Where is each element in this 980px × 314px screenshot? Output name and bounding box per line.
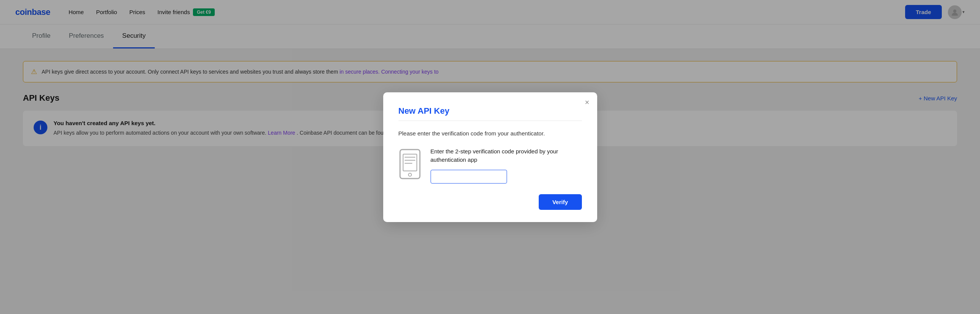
modal-close-button[interactable]: ×	[585, 98, 590, 106]
modal-body: Enter the 2-step verification code provi…	[398, 147, 582, 184]
svg-rect-2	[403, 154, 417, 171]
modal-title: New API Key	[398, 106, 582, 116]
modal-footer: Verify	[398, 194, 582, 210]
verification-code-input[interactable]	[431, 170, 507, 184]
modal-input-section: Enter the 2-step verification code provi…	[431, 147, 582, 184]
new-api-key-modal: × New API Key Please enter the verificat…	[383, 92, 597, 222]
svg-point-6	[408, 173, 411, 176]
verify-button[interactable]: Verify	[539, 194, 582, 210]
modal-overlay[interactable]: × New API Key Please enter the verificat…	[0, 0, 980, 314]
modal-instruction: Enter the 2-step verification code provi…	[431, 147, 582, 164]
phone-icon	[398, 149, 421, 181]
modal-subtitle: Please enter the verification code from …	[398, 130, 582, 137]
modal-divider	[398, 121, 582, 121]
